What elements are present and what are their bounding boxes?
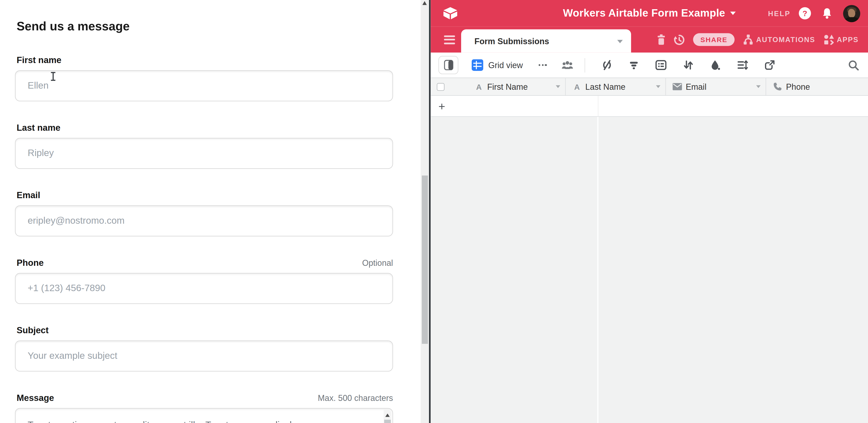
sort-button[interactable] — [683, 60, 694, 70]
collaborators-icon[interactable] — [561, 60, 574, 70]
field-group-message: Message Max. 500 characters Tenetur opti… — [15, 393, 393, 423]
column-divider — [597, 117, 598, 423]
grid-empty-area — [431, 117, 868, 423]
help-question-icon[interactable]: ? — [799, 7, 811, 19]
contact-form-pane: Send us a message First name Last name E… — [0, 0, 429, 423]
add-record-row[interactable]: + — [431, 96, 868, 117]
page-scroll-thumb[interactable] — [422, 176, 428, 344]
column-caret-icon[interactable] — [556, 85, 560, 88]
text-field-icon: A — [572, 82, 582, 91]
airtable-top-bar: Workers Airtable Form Example HELP ? — [431, 0, 868, 27]
email-label: Email — [17, 190, 40, 201]
user-avatar[interactable] — [843, 5, 860, 22]
filter-button[interactable] — [629, 60, 639, 70]
group-button[interactable] — [655, 60, 666, 70]
column-caret-icon[interactable] — [656, 85, 660, 88]
history-icon[interactable] — [674, 34, 685, 45]
field-group-first-name: First name — [15, 55, 393, 101]
screen: Send us a message First name Last name E… — [0, 0, 868, 423]
automations-icon — [743, 34, 753, 45]
first-name-label: First name — [17, 55, 61, 66]
notifications-bell-icon[interactable] — [822, 7, 833, 19]
page-scrollbar[interactable] — [421, 0, 429, 423]
envelope-icon — [673, 83, 682, 90]
field-group-phone: Phone Optional — [15, 258, 393, 304]
column-divider — [598, 96, 598, 116]
last-name-input[interactable] — [15, 138, 393, 169]
tab-form-submissions[interactable]: Form Submissions — [461, 29, 631, 53]
window-divider — [429, 0, 431, 423]
color-button[interactable] — [710, 60, 720, 70]
field-group-last-name: Last name — [15, 122, 393, 169]
phone-label: Phone — [17, 258, 44, 269]
hide-fields-button[interactable] — [602, 60, 612, 70]
add-record-plus[interactable]: + — [438, 100, 445, 113]
help-button[interactable]: HELP — [768, 9, 790, 18]
message-text: Tenetur optio quaerat expedita vero et i… — [16, 409, 392, 423]
textarea-scroll-thumb[interactable] — [384, 420, 391, 423]
grid-column-header-row: A First Name A Last Name Email — [431, 78, 868, 96]
text-field-icon: A — [474, 82, 484, 91]
panel-icon — [444, 60, 453, 70]
phone-optional-note: Optional — [362, 258, 393, 269]
apps-icon — [824, 34, 834, 45]
row-height-button[interactable] — [737, 60, 748, 70]
email-input[interactable] — [15, 206, 393, 237]
contact-form: Send us a message First name Last name E… — [15, 0, 393, 423]
subject-input[interactable] — [15, 341, 393, 372]
last-name-label: Last name — [17, 122, 60, 133]
view-toolbar: Grid view — [431, 53, 868, 78]
message-textarea[interactable]: Tenetur optio quaerat expedita vero et i… — [15, 408, 393, 423]
trash-icon[interactable] — [657, 34, 665, 45]
table-tab-bar: Form Submissions SHARE — [431, 27, 868, 53]
automations-button[interactable]: AUTOMATIONS — [743, 34, 815, 45]
message-maxchars-note: Max. 500 characters — [318, 393, 393, 404]
select-all-checkbox[interactable] — [437, 83, 444, 91]
base-title-caret-icon[interactable] — [730, 12, 736, 15]
column-header-last-name[interactable]: A Last Name — [566, 78, 666, 95]
view-sidebar-toggle-button[interactable] — [438, 56, 458, 74]
message-textarea-scrollbar[interactable] — [384, 410, 392, 423]
form-title: Send us a message — [17, 19, 393, 34]
column-header-email[interactable]: Email — [666, 78, 766, 95]
column-header-phone[interactable]: Phone — [766, 78, 868, 95]
search-button[interactable] — [848, 60, 859, 71]
base-title[interactable]: Workers Airtable Form Example — [563, 7, 725, 19]
view-more-menu-button[interactable] — [538, 64, 547, 66]
message-label: Message — [17, 393, 54, 404]
column-caret-icon[interactable] — [756, 85, 761, 88]
first-name-input[interactable] — [15, 70, 393, 101]
share-view-button[interactable] — [765, 60, 775, 70]
airtable-window: Workers Airtable Form Example HELP ? — [431, 0, 868, 423]
phone-input[interactable] — [15, 273, 393, 304]
apps-button[interactable]: APPS — [824, 34, 859, 45]
column-header-first-name[interactable]: A First Name — [468, 78, 566, 95]
grid-view-icon — [472, 59, 484, 71]
share-button[interactable]: SHARE — [693, 33, 735, 46]
grid-view-button[interactable]: Grid view — [472, 59, 523, 71]
view-name: Grid view — [488, 60, 523, 70]
field-group-subject: Subject — [15, 325, 393, 371]
scroll-up-arrow-icon[interactable] — [385, 414, 390, 417]
i-beam-cursor — [50, 72, 56, 81]
tab-caret-icon[interactable] — [617, 40, 623, 43]
phone-icon — [773, 82, 782, 91]
row-select-gutter — [431, 78, 468, 95]
scrollbar-up-arrow-icon[interactable] — [422, 1, 427, 5]
field-group-email: Email — [15, 190, 393, 236]
toolbar-divider — [584, 58, 585, 72]
subject-label: Subject — [17, 325, 49, 336]
sidebar-menu-button[interactable] — [444, 35, 455, 44]
airtable-logo-icon — [443, 7, 458, 20]
